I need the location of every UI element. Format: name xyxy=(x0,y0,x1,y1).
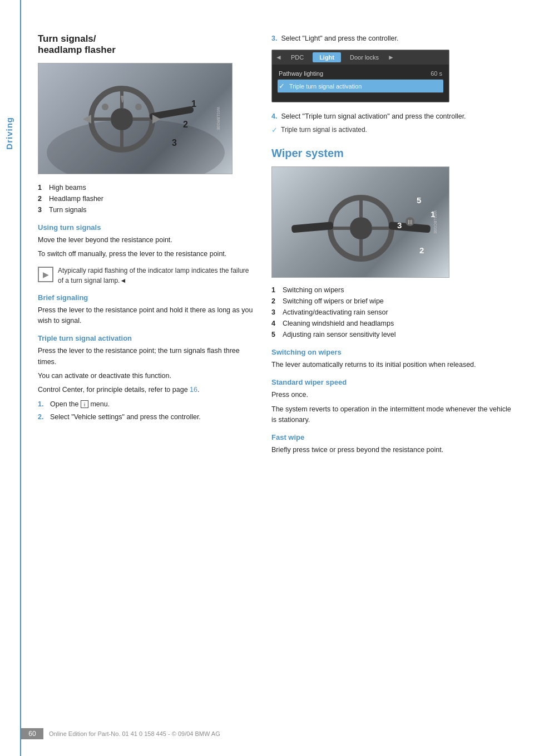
svg-marker-14 xyxy=(83,115,91,124)
note-text: Atypically rapid flashing of the indicat… xyxy=(58,266,255,286)
page-link[interactable]: 16 xyxy=(190,386,197,394)
fast-wipe-p1: Briefly press twice or press beyond the … xyxy=(271,445,517,455)
svg-text:III: III xyxy=(408,219,412,225)
svg-point-12 xyxy=(135,104,142,110)
item-num: 4 xyxy=(271,318,279,329)
item-num: 2 xyxy=(271,296,279,307)
left-arrow: ◄ xyxy=(275,53,282,61)
list-item: 1 Switching on wipers xyxy=(271,284,517,296)
item-num: 5 xyxy=(271,329,279,340)
confirmed-label: Triple turn signal is activated. xyxy=(281,126,367,134)
row-label: Pathway lighting xyxy=(279,70,426,77)
triple-turn-p3: Control Center, for principle details, r… xyxy=(38,385,255,395)
right-arrow: ► xyxy=(388,53,394,61)
sidebar-label: Driving xyxy=(0,111,18,155)
item-text: Activating/deactivating rain sensor xyxy=(283,307,388,318)
list-item: 4 Cleaning windshield and headlamps xyxy=(271,318,517,329)
triple-turn-p1: Press the lever to the resistance point;… xyxy=(38,346,255,367)
footer-text: Online Edition for Part-No. 01 41 0 158 … xyxy=(43,730,220,737)
item-text: Cleaning windshield and headlamps xyxy=(283,318,394,329)
tab-pdc: PDC xyxy=(284,52,310,62)
svg-point-2 xyxy=(111,108,133,130)
using-turn-signals-p1: Move the lever beyond the resistance poi… xyxy=(38,235,255,246)
subsection-standard-speed: Standard wiper speed xyxy=(271,378,517,386)
note-icon: ▶ xyxy=(38,267,53,282)
step4-text: 4. Select "Triple turn signal activation… xyxy=(271,111,517,122)
row-value: 60 s xyxy=(431,70,442,77)
car-sketch-svg: 1 2 3 xyxy=(38,63,233,174)
steps-list: 1. Open the i menu. 2. Select "Vehicle s… xyxy=(38,399,255,423)
svg-text:2: 2 xyxy=(419,246,424,255)
standard-speed-p1: Press once. xyxy=(271,390,517,400)
triple-turn-p2: You can activate or deactivate this func… xyxy=(38,371,255,381)
check-confirmed-icon: ✓ xyxy=(271,126,278,134)
check-icon: ✓ xyxy=(279,82,285,90)
step-item: 1. Open the i menu. xyxy=(38,399,255,410)
screen-ui: ◄ PDC Light Door locks ► Pathway lightin… xyxy=(271,50,449,102)
item-num: 3 xyxy=(271,307,279,318)
svg-point-13 xyxy=(102,104,108,110)
subsection-using-turn-signals: Using turn signals xyxy=(38,223,255,232)
step-num: 2. xyxy=(38,412,47,423)
screen-row-pathway: Pathway lighting 60 s xyxy=(278,68,443,80)
right-column: 3. Select "Light" and press the controll… xyxy=(271,33,517,723)
step-text: Select "Vehicle settings" and press the … xyxy=(50,412,201,423)
subsection-switching-on: Switching on wipers xyxy=(271,348,517,356)
brief-signaling-p1: Press the lever to the resistance point … xyxy=(38,305,255,327)
list-item: 3 Activating/deactivating rain sensor xyxy=(271,307,517,318)
list-item: 2 Switching off wipers or brief wipe xyxy=(271,296,517,307)
item-num: 1 xyxy=(38,182,46,193)
step3-content: Select "Light" and press the controller. xyxy=(281,35,398,42)
item-num: 2 xyxy=(38,193,46,204)
page-footer: 60 Online Edition for Part-No. 01 41 0 1… xyxy=(21,728,534,739)
step-text: Open the i menu. xyxy=(50,399,110,410)
standard-speed-p2: The system reverts to operation in the i… xyxy=(271,404,517,426)
list-item: 5 Adjusting rain sensor sensitivity leve… xyxy=(271,329,517,340)
svg-point-18 xyxy=(350,217,372,239)
page-number: 60 xyxy=(21,728,43,739)
image-watermark-wiper: W01LBCG0E xyxy=(433,210,437,234)
car-image-inner: 1 2 3 W01LBRG0E xyxy=(38,63,232,174)
item-text: Headlamp flasher xyxy=(49,193,103,204)
svg-text:5: 5 xyxy=(417,195,421,205)
subsection-brief-signaling: Brief signaling xyxy=(38,293,255,302)
wiper-section-title: Wiper system xyxy=(271,146,517,160)
item-text: Adjusting rain sensor sensitivity level xyxy=(283,329,396,340)
step-num: 1. xyxy=(38,399,47,410)
item-text: Turn signals xyxy=(49,204,87,215)
tab-light: Light xyxy=(313,52,341,62)
step3-text: 3. Select "Light" and press the controll… xyxy=(271,33,517,44)
tab-door-locks: Door locks xyxy=(343,52,385,62)
item-text: Switching off wipers or brief wipe xyxy=(283,296,384,307)
image-watermark-left: W01LBRG0E xyxy=(216,107,220,130)
row-label-triple: Triple turn signal activation xyxy=(289,83,442,90)
svg-text:1: 1 xyxy=(191,99,196,109)
step4-num: 4. xyxy=(271,112,277,120)
turn-signal-image: 1 2 3 W01LBRG0E xyxy=(38,63,233,174)
subsection-fast-wipe: Fast wipe xyxy=(271,433,517,441)
step3-num: 3. xyxy=(271,35,277,42)
wiper-image: 5 1 2 3 III W01LBCG0E xyxy=(271,166,449,278)
svg-text:2: 2 xyxy=(183,120,188,129)
main-content: Turn signals/headlamp flasher xyxy=(21,0,534,756)
item-text: Switching on wipers xyxy=(283,284,344,296)
page-container: Driving Turn signals/headlamp flasher xyxy=(0,0,534,756)
item-num: 3 xyxy=(38,204,46,215)
subsection-triple-turn: Triple turn signal activation xyxy=(38,334,255,342)
numbered-items-list: 1 High beams 2 Headlamp flasher 3 Turn s… xyxy=(38,182,255,215)
left-column: Turn signals/headlamp flasher xyxy=(38,33,255,723)
wiper-numbered-list: 1 Switching on wipers 2 Switching off wi… xyxy=(271,284,517,340)
note-box: ▶ Atypically rapid flashing of the indic… xyxy=(38,266,255,286)
screen-body: Pathway lighting 60 s ✓ Triple turn sign… xyxy=(272,65,449,102)
list-item: 2 Headlamp flasher xyxy=(38,193,255,204)
left-section-title: Turn signals/headlamp flasher xyxy=(38,33,255,56)
switching-on-p1: The lever automatically returns to its i… xyxy=(271,360,517,370)
item-num: 1 xyxy=(271,284,279,296)
sidebar: Driving xyxy=(0,0,21,756)
screen-header: ◄ PDC Light Door locks ► xyxy=(272,50,449,65)
svg-text:3: 3 xyxy=(172,138,177,148)
svg-text:3: 3 xyxy=(397,220,402,230)
menu-icon: i xyxy=(81,400,88,408)
confirmed-text: ✓ Triple turn signal is activated. xyxy=(271,126,517,134)
step4-content: Select "Triple turn signal activation" a… xyxy=(281,112,466,120)
